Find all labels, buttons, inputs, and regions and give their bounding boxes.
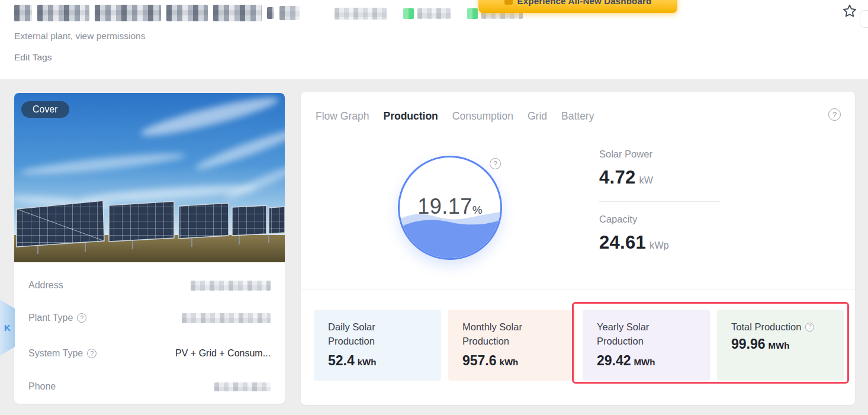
green-status-icon: [403, 8, 414, 19]
capacity-label: Capacity: [599, 214, 724, 225]
tab-production[interactable]: Production: [383, 110, 438, 123]
gauge-reading: 19.17%: [400, 194, 500, 219]
phone-label: Phone: [28, 381, 56, 392]
panel-tabs: Flow Graph Production Consumption Grid B…: [316, 110, 594, 123]
tab-grid[interactable]: Grid: [528, 110, 547, 123]
status-badge-online: [403, 8, 451, 19]
tab-flow-graph[interactable]: Flow Graph: [316, 110, 369, 123]
solar-power-value: 4.72kW: [599, 167, 724, 188]
daily-production-value: 52.4kWh: [328, 353, 427, 369]
field-system-type: System Type? PV + Grid + Consum...: [28, 346, 271, 361]
plant-type-label: Plant Type: [28, 313, 73, 323]
green-status-icon: [467, 8, 478, 19]
yearly-production-title: Yearly Solar Production: [597, 320, 680, 348]
system-type-label: System Type: [28, 348, 83, 359]
capacity-unit: kWp: [650, 240, 669, 250]
total-production-card: Total Production ? 99.96MWh: [717, 310, 844, 381]
solar-farm-photo: [14, 93, 285, 262]
total-production-title: Total Production: [731, 320, 801, 334]
side-handle-label: K: [4, 323, 11, 333]
plant-permissions-text: External plant, view permissions: [14, 31, 145, 41]
cover-image: Cover: [14, 93, 285, 262]
panel-help-icon[interactable]: ?: [828, 108, 841, 121]
blurred-text-block: [37, 5, 89, 21]
plant-info-card: Cover Address Plant Type? System Type? P…: [14, 93, 285, 404]
total-production-help-icon[interactable]: ?: [805, 323, 814, 332]
plant-type-help-icon[interactable]: ?: [77, 313, 86, 323]
solar-power-label: Solar Power: [599, 149, 724, 160]
address-label: Address: [28, 280, 63, 291]
yearly-production-card: Yearly Solar Production 29.42MWh: [583, 310, 710, 381]
tab-consumption[interactable]: Consumption: [452, 110, 513, 123]
monthly-production-card: Monthly Solar Production 957.6kWh: [448, 310, 576, 381]
status-badge-blurred: [335, 8, 387, 20]
gauge-help-icon[interactable]: ?: [490, 158, 501, 169]
system-type-help-icon[interactable]: ?: [87, 349, 97, 358]
gauge-unit: %: [472, 204, 483, 216]
capacity-value: 24.61kWp: [599, 232, 724, 253]
page-header: Experience All-New Dashboard External pl…: [0, 0, 868, 79]
blurred-badge: [417, 8, 451, 19]
banner-label: Experience All-New Dashboard: [517, 0, 652, 6]
plant-title-blurred: [14, 4, 300, 22]
blurred-text-block: [166, 5, 208, 21]
power-stats: Solar Power 4.72kW Capacity 24.61kWp: [599, 149, 724, 253]
blurred-badge: [335, 8, 387, 20]
address-value-blurred: [191, 281, 271, 291]
monthly-production-value: 957.6kWh: [462, 353, 561, 369]
production-summary-cards: Daily Solar Production 52.4kWh Monthly S…: [314, 310, 844, 381]
daily-production-title: Daily Solar Production: [328, 320, 411, 348]
banner-icon: [504, 0, 513, 5]
monthly-production-title: Monthly Solar Production: [462, 320, 545, 348]
field-address: Address: [28, 278, 271, 292]
blurred-text-block: [213, 5, 262, 21]
efficiency-gauge: 19.17%: [398, 156, 502, 260]
production-panel: Flow Graph Production Consumption Grid B…: [301, 92, 855, 405]
field-phone: Phone: [28, 379, 271, 394]
field-plant-type: Plant Type?: [28, 311, 271, 325]
partial-button-cutoff[interactable]: [860, 10, 868, 28]
phone-value-blurred: [214, 382, 271, 391]
favorite-star-icon[interactable]: [841, 3, 858, 20]
dashboard-banner[interactable]: Experience All-New Dashboard: [478, 0, 677, 13]
total-production-value: 99.96MWh: [731, 336, 830, 352]
gauge-value: 19.17: [417, 194, 472, 218]
plant-type-value-blurred: [182, 313, 271, 323]
cover-badge: Cover: [21, 101, 69, 118]
blurred-text-block: [279, 6, 300, 20]
blurred-text-block: [14, 5, 32, 21]
daily-production-card: Daily Solar Production 52.4kWh: [314, 310, 441, 381]
tab-battery[interactable]: Battery: [561, 110, 594, 123]
solar-power-unit: kW: [639, 175, 654, 185]
edit-tags-link[interactable]: Edit Tags: [14, 52, 52, 63]
blurred-text-block: [267, 7, 274, 19]
stats-divider: [599, 201, 721, 202]
system-type-value: PV + Grid + Consum...: [175, 348, 271, 359]
yearly-production-value: 29.42MWh: [597, 353, 696, 369]
side-panel-handle[interactable]: K: [0, 300, 15, 356]
panel-section-divider: [301, 289, 855, 289]
blurred-text-block: [95, 5, 161, 21]
